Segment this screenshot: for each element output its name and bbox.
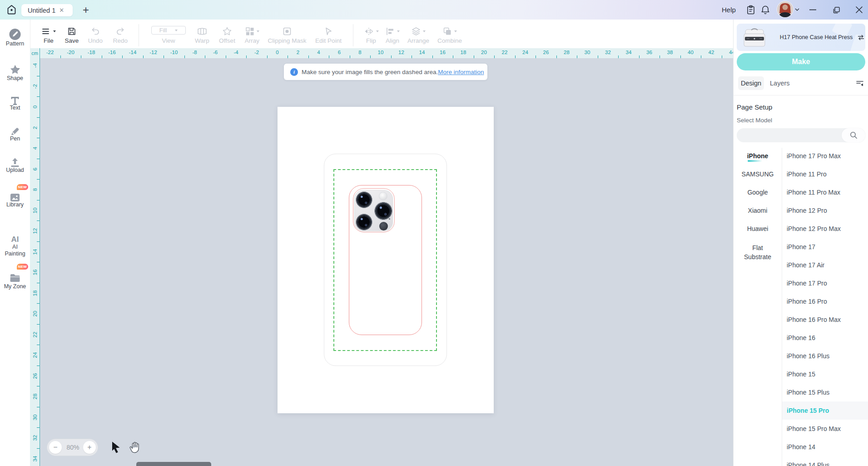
model-option[interactable]: iPhone 17 bbox=[787, 238, 865, 256]
avatar-dropdown-chevron-icon[interactable] bbox=[794, 7, 800, 12]
ruler-mark: 6 bbox=[338, 50, 341, 55]
more-information-link[interactable]: More information bbox=[438, 69, 484, 75]
new-tab-button[interactable]: + bbox=[80, 4, 92, 16]
model-option[interactable]: iPhone 14 Plus bbox=[787, 456, 865, 466]
model-option[interactable]: iPhone 16 Pro Max bbox=[787, 311, 865, 329]
window-restore-button[interactable] bbox=[833, 7, 840, 14]
model-option[interactable]: iPhone 15 Plus bbox=[787, 383, 865, 401]
ruler-mark: -4 bbox=[233, 50, 238, 55]
toolbar-combine[interactable]: Combine bbox=[422, 20, 477, 48]
tab-layers[interactable]: Layers bbox=[770, 76, 790, 90]
camera-mic-dot bbox=[389, 218, 390, 220]
artboard[interactable] bbox=[278, 107, 494, 413]
model-option[interactable]: iPhone 17 Air bbox=[787, 256, 865, 274]
ruler-tick bbox=[37, 303, 40, 304]
model-option[interactable]: iPhone 12 Pro bbox=[787, 201, 865, 220]
ruler-mark: -14 bbox=[129, 50, 137, 55]
search-icon bbox=[850, 131, 858, 139]
tab-design[interactable]: Design bbox=[738, 76, 764, 90]
fill-mode-value: Fill bbox=[159, 27, 167, 34]
model-option[interactable]: iPhone 16 bbox=[787, 329, 865, 347]
ruler-mark: 26 bbox=[32, 371, 38, 381]
array-icon bbox=[245, 26, 259, 37]
model-option[interactable]: iPhone 14 bbox=[787, 438, 865, 456]
clipboard-icon[interactable] bbox=[746, 5, 755, 15]
document-tab[interactable]: Untitled 1 ✕ bbox=[21, 4, 73, 16]
model-option[interactable]: iPhone 11 Pro bbox=[787, 165, 865, 183]
toolbar-item-label: Redo bbox=[113, 37, 128, 44]
sidebar-item-label: Library bbox=[0, 201, 30, 208]
brand-iphone[interactable]: iPhone bbox=[734, 152, 782, 160]
ruler-mark: 18 bbox=[32, 289, 38, 298]
user-avatar[interactable] bbox=[777, 1, 793, 17]
zoom-out-button[interactable]: − bbox=[49, 441, 62, 454]
model-option[interactable]: iPhone 12 Pro Max bbox=[787, 220, 865, 238]
ruler-tick bbox=[37, 324, 40, 325]
toolbar-item-label: Edit Point bbox=[315, 37, 342, 44]
ruler-tick bbox=[37, 241, 40, 242]
ruler-mark: 24 bbox=[32, 351, 38, 360]
horizontal-scrollbar[interactable] bbox=[136, 462, 211, 466]
vertical-ruler: -4-20246810121416182022242628303234 bbox=[30, 58, 40, 466]
notifications-bell-icon[interactable] bbox=[761, 5, 770, 15]
model-option[interactable]: iPhone 15 bbox=[787, 365, 865, 383]
ruler-mark: 18 bbox=[461, 50, 466, 55]
ruler-mark: -6 bbox=[213, 50, 218, 55]
active-brand-underline bbox=[748, 160, 762, 162]
ruler-tick bbox=[37, 76, 40, 76]
ruler-mark: 8 bbox=[358, 50, 361, 55]
new-badge: NEW bbox=[17, 264, 28, 270]
ruler-mark: 8 bbox=[32, 185, 38, 194]
ruler-mark: 12 bbox=[398, 50, 404, 55]
section-title: Page Setup bbox=[737, 103, 772, 111]
tab-close-icon[interactable]: ✕ bbox=[59, 7, 64, 13]
toolbar-redo[interactable]: Redo bbox=[93, 20, 148, 48]
ruler-mark: 34 bbox=[32, 454, 38, 463]
ruler-mark: -12 bbox=[149, 50, 157, 55]
brand-flat-substrate[interactable]: Flat Substrate bbox=[734, 243, 782, 261]
model-search-input[interactable] bbox=[737, 128, 865, 142]
ruler-tick bbox=[37, 179, 40, 180]
switch-device-icon[interactable] bbox=[858, 35, 864, 40]
brand-xiaomi[interactable]: Xiaomi bbox=[734, 207, 782, 214]
phone-camera-image[interactable] bbox=[354, 190, 393, 231]
model-option[interactable]: iPhone 15 Pro Max bbox=[787, 420, 865, 438]
model-option[interactable]: iPhone 17 Pro bbox=[787, 274, 865, 292]
brand-huawei[interactable]: Huawei bbox=[734, 225, 782, 232]
brand-samsung[interactable]: SAMSUNG bbox=[734, 170, 782, 178]
model-option[interactable]: iPhone 17 Pro Max bbox=[787, 147, 865, 165]
model-option[interactable]: iPhone 16 Plus bbox=[787, 347, 865, 365]
window-close-button[interactable] bbox=[855, 6, 863, 14]
help-button[interactable]: Help bbox=[722, 6, 736, 14]
model-option[interactable]: iPhone 16 Pro bbox=[787, 292, 865, 311]
toolbar-item-label: Combine bbox=[437, 37, 462, 44]
brand-google[interactable]: Google bbox=[734, 189, 782, 196]
titlebar: Untitled 1 ✕ + Help bbox=[0, 0, 868, 20]
canvas-viewport[interactable]: i Make sure your image fills the green d… bbox=[40, 58, 733, 466]
make-button[interactable]: Make bbox=[737, 53, 865, 70]
left-toolbox: PatternShapeTextPenUploadLibraryNEWAIAIP… bbox=[0, 20, 30, 466]
ruler-tick bbox=[37, 283, 40, 283]
ruler-tick bbox=[37, 407, 40, 407]
sidebar-item-label: Shape bbox=[0, 75, 30, 82]
zoom-in-button[interactable]: + bbox=[83, 441, 96, 454]
model-option[interactable]: iPhone 11 Pro Max bbox=[787, 183, 865, 201]
ruler-mark: -8 bbox=[192, 50, 197, 55]
ruler-mark: 16 bbox=[32, 268, 38, 277]
home-button[interactable] bbox=[5, 4, 18, 16]
pan-hand-tool-icon[interactable] bbox=[128, 441, 142, 454]
shape-icon bbox=[9, 64, 21, 76]
select-tool-cursor-icon[interactable] bbox=[110, 441, 121, 454]
sidebar-item-label: My Zone bbox=[0, 283, 30, 290]
window-minimize-button[interactable] bbox=[809, 9, 816, 10]
ruler-tick bbox=[37, 345, 40, 345]
svg-text:AI: AI bbox=[11, 235, 19, 244]
model-option[interactable]: iPhone 15 Pro bbox=[787, 401, 865, 420]
ruler-mark: -20 bbox=[67, 50, 74, 55]
banner-message: Make sure your image fills the green das… bbox=[302, 69, 438, 75]
heat-press-machine-image bbox=[741, 26, 768, 48]
camera-lens-bottom-left bbox=[356, 214, 372, 230]
device-card[interactable]: H17 Phone Case Heat Press bbox=[737, 24, 865, 51]
horizontal-ruler: -22-20-18-16-14-12-10-8-6-4-202468101214… bbox=[40, 48, 733, 58]
collapse-panel-icon[interactable] bbox=[856, 79, 864, 87]
